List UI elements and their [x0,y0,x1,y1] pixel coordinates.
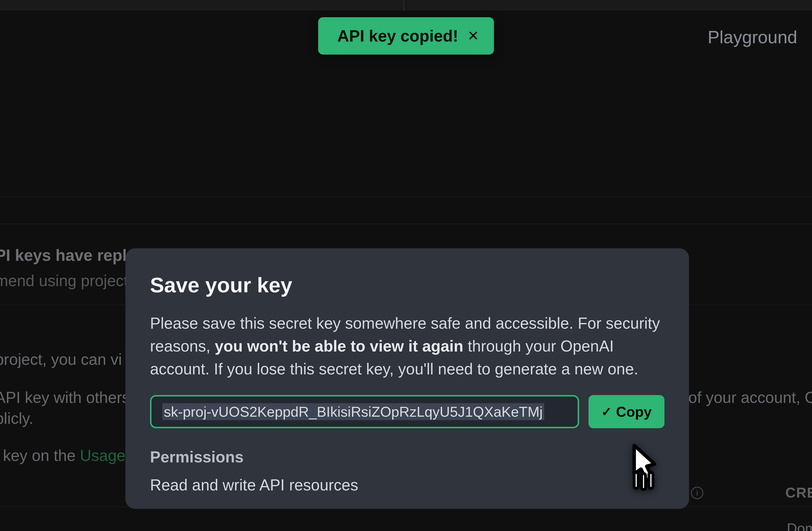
bg-text: project, you can vi [0,350,122,369]
divider [0,224,812,224]
permissions-body: Read and write API resources [150,476,665,494]
modal-title: Save your key [150,273,665,297]
check-icon: ✓ [601,404,612,419]
usage-prefix: l key on the [0,447,80,464]
api-key-field[interactable]: sk-proj-vUOS2KeppdR_BIkisiRsiZOpRzLqyU5J… [150,395,579,428]
toast-notification: API key copied! ✕ [318,17,494,55]
close-icon[interactable]: ✕ [467,29,479,43]
permissions-heading: Permissions [150,448,665,466]
divider [0,197,812,197]
usage-link[interactable]: Usage [80,447,126,464]
api-key-value: sk-proj-vUOS2KeppdR_BIkisiRsiZOpRzLqyU5J… [162,403,544,420]
copy-label: Copy [616,403,652,420]
nav-playground[interactable]: Playground [708,27,797,47]
copy-button[interactable]: ✓ Copy [589,395,665,428]
bg-text: of your account, O [688,388,812,407]
save-key-modal: Save your key Please save this secret ke… [126,248,689,509]
bg-text: API key with others, [0,388,134,407]
bg-text: l key on the Usage [0,446,126,464]
table-column-header: CRE [785,484,812,501]
modal-body: Please save this secret key somewhere sa… [150,312,665,380]
top-bar [0,0,812,11]
table-row: Dom [787,520,812,531]
topbar-divider [403,0,404,11]
key-row: sk-proj-vUOS2KeppdR_BIkisiRsiZOpRzLqyU5J… [150,395,665,428]
info-icon[interactable]: i [691,487,703,499]
toast-message: API key copied! [337,27,459,45]
modal-body-bold: you won't be able to view it again [215,337,463,355]
bg-text: blicly. [0,409,33,428]
